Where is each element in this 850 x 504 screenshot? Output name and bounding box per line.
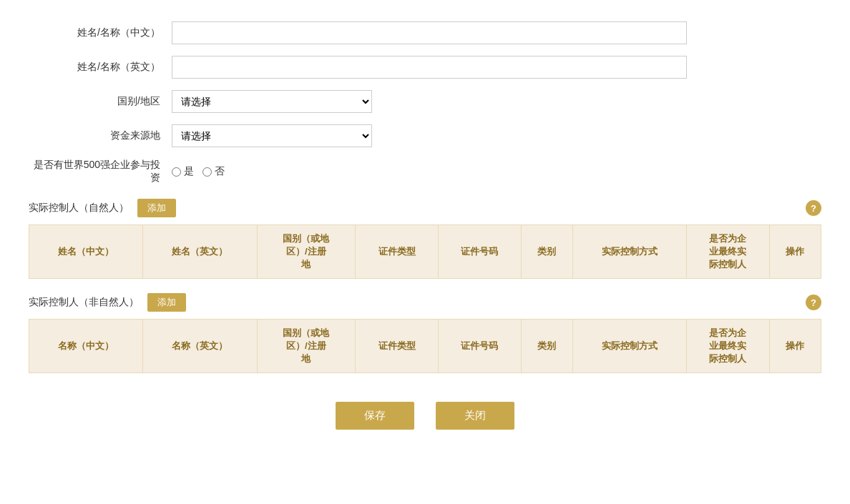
section2-add-button[interactable]: 添加 bbox=[147, 293, 186, 312]
section2-col-action: 操作 bbox=[769, 320, 821, 373]
fund-source-select[interactable]: 请选择 bbox=[172, 124, 372, 147]
section1-help-icon[interactable]: ? bbox=[806, 200, 821, 216]
country-select[interactable]: 请选择 bbox=[172, 90, 372, 113]
section1-col-country: 国别（或地区）/注册地 bbox=[257, 225, 356, 279]
bottom-buttons: 保存 关闭 bbox=[29, 402, 821, 430]
name-cn-input[interactable] bbox=[172, 21, 687, 44]
section2-help-icon[interactable]: ? bbox=[806, 295, 821, 310]
section1-table-header-row: 姓名（中文） 姓名（英文） 国别（或地区）/注册地 证件类型 证件号码 类别 实… bbox=[29, 225, 821, 279]
fortune500-radio-group: 是 否 bbox=[172, 165, 225, 178]
section1-col-category: 类别 bbox=[521, 225, 572, 279]
section1-col-final-controller: 是否为企业最终实际控制人 bbox=[687, 225, 770, 279]
fund-source-label: 资金来源地 bbox=[29, 129, 172, 142]
section2-col-name-cn: 名称（中文） bbox=[29, 320, 143, 373]
close-button[interactable]: 关闭 bbox=[436, 402, 514, 430]
section2-col-cert-no: 证件号码 bbox=[438, 320, 521, 373]
section2-col-control-method: 实际控制方式 bbox=[572, 320, 686, 373]
fortune500-no-label: 否 bbox=[215, 165, 225, 178]
section2-header: 实际控制人（非自然人） 添加 ? bbox=[29, 293, 821, 312]
section1-col-cert-no: 证件号码 bbox=[438, 225, 521, 279]
fortune500-yes-label: 是 bbox=[184, 165, 194, 178]
section2-table-header-row: 名称（中文） 名称（英文） 国别（或地区）/注册地 证件类型 证件号码 类别 实… bbox=[29, 320, 821, 373]
save-button[interactable]: 保存 bbox=[336, 402, 414, 430]
section1-col-cert-type: 证件类型 bbox=[356, 225, 439, 279]
name-cn-label: 姓名/名称（中文） bbox=[29, 26, 172, 39]
section1-col-action: 操作 bbox=[769, 225, 821, 279]
name-en-input[interactable] bbox=[172, 56, 687, 79]
section2-col-category: 类别 bbox=[521, 320, 572, 373]
section2-col-cert-type: 证件类型 bbox=[356, 320, 439, 373]
section1-header: 实际控制人（自然人） 添加 ? bbox=[29, 199, 821, 217]
section2-col-country: 国别（或地区）/注册地 bbox=[257, 320, 356, 373]
section2-table: 名称（中文） 名称（英文） 国别（或地区）/注册地 证件类型 证件号码 类别 实… bbox=[29, 319, 821, 373]
country-label: 国别/地区 bbox=[29, 95, 172, 108]
fortune500-no-radio[interactable] bbox=[202, 167, 212, 177]
fortune500-yes-radio[interactable] bbox=[172, 167, 181, 177]
name-en-label: 姓名/名称（英文） bbox=[29, 61, 172, 74]
section1-table: 姓名（中文） 姓名（英文） 国别（或地区）/注册地 证件类型 证件号码 类别 实… bbox=[29, 224, 821, 279]
section1-title: 实际控制人（自然人） bbox=[29, 202, 129, 214]
section1-col-control-method: 实际控制方式 bbox=[572, 225, 686, 279]
fortune500-no-option[interactable]: 否 bbox=[202, 165, 225, 178]
fortune500-label: 是否有世界500强企业参与投资 bbox=[29, 159, 172, 184]
section2-col-final-controller: 是否为企业最终实际控制人 bbox=[687, 320, 770, 373]
section1-add-button[interactable]: 添加 bbox=[137, 199, 176, 217]
fortune500-yes-option[interactable]: 是 bbox=[172, 165, 194, 178]
section1-col-name-cn: 姓名（中文） bbox=[29, 225, 143, 279]
section2-title: 实际控制人（非自然人） bbox=[29, 296, 139, 309]
section2-col-name-en: 名称（英文） bbox=[143, 320, 257, 373]
section1-col-name-en: 姓名（英文） bbox=[143, 225, 257, 279]
